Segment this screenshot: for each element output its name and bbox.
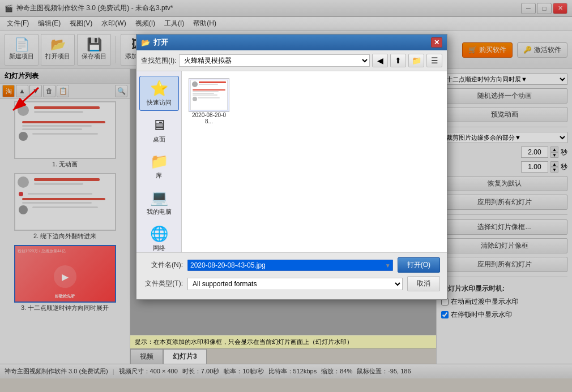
dialog-files: 2020-08-20-08... [182, 71, 447, 252]
open-button[interactable]: 打开(O) [398, 257, 440, 273]
sidebar-library[interactable]: 📁 库 [139, 149, 179, 183]
filetype-combo[interactable]: All supported formats [187, 278, 403, 290]
dialog-overlay: 📂 打开 ✕ 查找范围(I): 火蜂精灵模拟器 ◀ ⬆ 📁 ☰ ⭐ 快速访问 [0, 0, 572, 392]
network-icon: 🌐 [150, 225, 168, 243]
network-label: 网络 [153, 244, 165, 252]
dialog-icon: 📂 [141, 38, 150, 47]
new-folder-button[interactable]: 📁 [408, 54, 424, 67]
filename-input[interactable] [187, 260, 393, 271]
location-combo[interactable]: 火蜂精灵模拟器 [179, 54, 370, 67]
library-icon: 📁 [150, 153, 168, 170]
filename-combo-wrapper: ▼ [187, 260, 393, 271]
sidebar-network[interactable]: 🌐 网络 [139, 222, 179, 256]
filename-dropdown-arrow[interactable]: ▼ [385, 262, 391, 268]
my-computer-label: 我的电脑 [147, 208, 172, 216]
dialog-title: 打开 [153, 37, 168, 48]
dialog-close-button[interactable]: ✕ [431, 37, 442, 48]
dialog-title-bar: 📂 打开 ✕ [136, 35, 447, 50]
dialog-toolbar: 查找范围(I): 火蜂精灵模拟器 ◀ ⬆ 📁 ☰ [136, 50, 447, 71]
dialog-bottom: 文件名(N): ▼ 打开(O) 文件类型(T): All supported f… [136, 252, 447, 299]
location-label: 查找范围(I): [141, 56, 177, 66]
nav-back-button[interactable]: ◀ [372, 54, 388, 67]
open-file-dialog: 📂 打开 ✕ 查找范围(I): 火蜂精灵模拟器 ◀ ⬆ 📁 ☰ ⭐ 快速访问 [136, 34, 447, 300]
dialog-sidebar: ⭐ 快速访问 🖥 桌面 📁 库 💻 我的电脑 🌐 网络 [136, 71, 182, 252]
file-thumbnail-1 [189, 78, 229, 112]
cancel-button[interactable]: 取消 [407, 276, 440, 291]
filetype-label: 文件类型(T): [143, 279, 183, 288]
filename-row: 文件名(N): ▼ 打开(O) [143, 257, 440, 273]
filetype-row: 文件类型(T): All supported formats 取消 [143, 276, 440, 291]
file-name-1: 2020-08-20-08... [189, 112, 229, 124]
sidebar-desktop[interactable]: 🖥 桌面 [139, 113, 179, 147]
quick-access-icon: ⭐ [150, 80, 168, 97]
nav-up-button[interactable]: ⬆ [390, 54, 406, 67]
view-toggle-button[interactable]: ☰ [426, 54, 442, 67]
quick-access-label: 快速访问 [147, 98, 172, 107]
file-item-1[interactable]: 2020-08-20-08... [186, 76, 232, 127]
desktop-icon: 🖥 [152, 117, 167, 134]
sidebar-quick-access[interactable]: ⭐ 快速访问 [139, 76, 179, 111]
my-computer-icon: 💻 [150, 189, 168, 206]
desktop-label: 桌面 [153, 135, 165, 144]
filename-label: 文件名(N): [143, 260, 183, 270]
dialog-content: ⭐ 快速访问 🖥 桌面 📁 库 💻 我的电脑 🌐 网络 [136, 71, 447, 252]
sidebar-my-computer[interactable]: 💻 我的电脑 [139, 186, 179, 219]
library-label: 库 [156, 171, 162, 180]
